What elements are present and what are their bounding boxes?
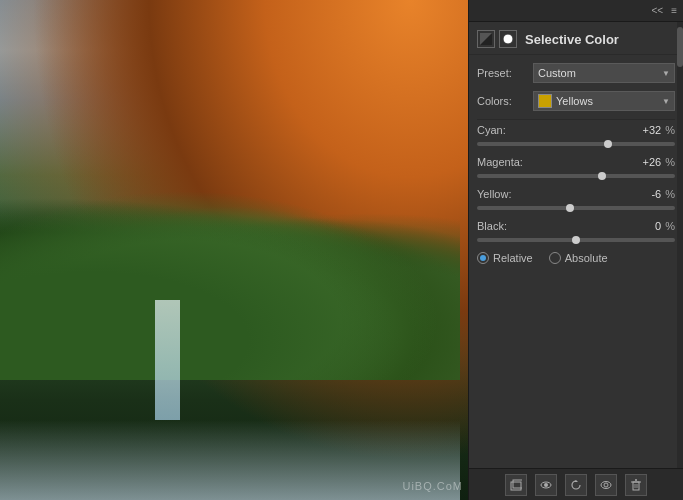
preset-row: Preset: Custom ▼ xyxy=(477,63,675,83)
black-slider-section: Black: 0 % xyxy=(477,220,675,242)
black-track xyxy=(477,238,675,242)
magenta-value-row: +26 % xyxy=(631,156,675,168)
yellow-value-row: -6 % xyxy=(631,188,675,200)
preset-value: Custom xyxy=(538,67,576,79)
panel-content: Preset: Custom ▼ Colors: Yellows ▼ Cyan: xyxy=(469,55,683,468)
panel-titlebar: << ≡ xyxy=(469,0,683,22)
relative-radio-label: Relative xyxy=(493,252,533,264)
collapse-button[interactable]: << xyxy=(651,6,663,16)
relative-radio[interactable]: Relative xyxy=(477,252,533,264)
cyan-header: Cyan: +32 % xyxy=(477,124,675,136)
black-slider-wrapper[interactable] xyxy=(477,238,675,242)
method-radio-group: Relative Absolute xyxy=(477,252,675,264)
magenta-unit: % xyxy=(665,156,675,168)
yellow-slider-section: Yellow: -6 % xyxy=(477,188,675,210)
cyan-track xyxy=(477,142,675,146)
new-layer-button[interactable] xyxy=(505,474,527,496)
trash-icon xyxy=(630,479,642,491)
cyan-label: Cyan: xyxy=(477,124,506,136)
cyan-unit: % xyxy=(665,124,675,136)
colors-label: Colors: xyxy=(477,95,527,107)
preset-dropdown[interactable]: Custom ▼ xyxy=(533,63,675,83)
black-value: 0 xyxy=(631,220,661,232)
absolute-radio[interactable]: Absolute xyxy=(549,252,608,264)
yellow-color-swatch xyxy=(538,94,552,108)
panel-menu-button[interactable]: ≡ xyxy=(671,6,677,16)
reset-button[interactable] xyxy=(565,474,587,496)
watermark: UiBQ.CoM xyxy=(402,480,463,492)
mask-icon-box[interactable] xyxy=(477,30,495,48)
panel-toolbar xyxy=(469,468,683,500)
mist-layer xyxy=(0,420,460,500)
yellow-value: -6 xyxy=(631,188,661,200)
yellow-thumb[interactable] xyxy=(566,204,574,212)
yellow-track xyxy=(477,206,675,210)
magenta-slider-wrapper[interactable] xyxy=(477,174,675,178)
magenta-label: Magenta: xyxy=(477,156,523,168)
visibility-icon xyxy=(540,479,552,491)
svg-rect-12 xyxy=(633,482,639,490)
new-layer-icon xyxy=(510,479,522,491)
magenta-header: Magenta: +26 % xyxy=(477,156,675,168)
panel-scrollbar[interactable] xyxy=(677,22,683,468)
black-unit: % xyxy=(665,220,675,232)
trash-button[interactable] xyxy=(625,474,647,496)
yellow-header: Yellow: -6 % xyxy=(477,188,675,200)
svg-point-11 xyxy=(604,483,608,487)
magenta-value: +26 xyxy=(631,156,661,168)
eye-icon xyxy=(600,479,612,491)
svg-point-8 xyxy=(544,483,548,487)
cyan-thumb[interactable] xyxy=(604,140,612,148)
colors-arrow-icon: ▼ xyxy=(662,97,670,106)
preset-arrow-icon: ▼ xyxy=(662,69,670,78)
reset-icon xyxy=(570,479,582,491)
black-label: Black: xyxy=(477,220,507,232)
magenta-thumb[interactable] xyxy=(598,172,606,180)
cyan-slider-section: Cyan: +32 % xyxy=(477,124,675,146)
black-header: Black: 0 % xyxy=(477,220,675,232)
tree-layer xyxy=(0,180,460,380)
yellow-slider-wrapper[interactable] xyxy=(477,206,675,210)
cyan-value-row: +32 % xyxy=(631,124,675,136)
mask-icon xyxy=(480,33,492,45)
panel-icon-group xyxy=(477,30,517,48)
absolute-radio-label: Absolute xyxy=(565,252,608,264)
scrollbar-thumb[interactable] xyxy=(677,27,683,67)
yellow-unit: % xyxy=(665,188,675,200)
eye-button[interactable] xyxy=(595,474,617,496)
magenta-track xyxy=(477,174,675,178)
colors-row: Colors: Yellows ▼ xyxy=(477,91,675,111)
yellow-label: Yellow: xyxy=(477,188,511,200)
panel-title: Selective Color xyxy=(525,32,619,47)
colors-dropdown[interactable]: Yellows ▼ xyxy=(533,91,675,111)
circle-mask-icon-box[interactable] xyxy=(499,30,517,48)
black-thumb[interactable] xyxy=(572,236,580,244)
black-value-row: 0 % xyxy=(631,220,675,232)
panel-header: Selective Color xyxy=(469,22,683,55)
visibility-button[interactable] xyxy=(535,474,557,496)
cyan-slider-wrapper[interactable] xyxy=(477,142,675,146)
relative-radio-circle xyxy=(477,252,489,264)
waterfall xyxy=(155,300,180,420)
absolute-radio-circle xyxy=(549,252,561,264)
colors-value: Yellows xyxy=(556,95,593,107)
magenta-slider-section: Magenta: +26 % xyxy=(477,156,675,178)
cyan-value: +32 xyxy=(631,124,661,136)
divider-1 xyxy=(477,119,675,120)
properties-panel: << ≡ Selective Color Prese xyxy=(468,0,683,500)
circle-mask-icon xyxy=(502,33,514,45)
preset-label: Preset: xyxy=(477,67,527,79)
